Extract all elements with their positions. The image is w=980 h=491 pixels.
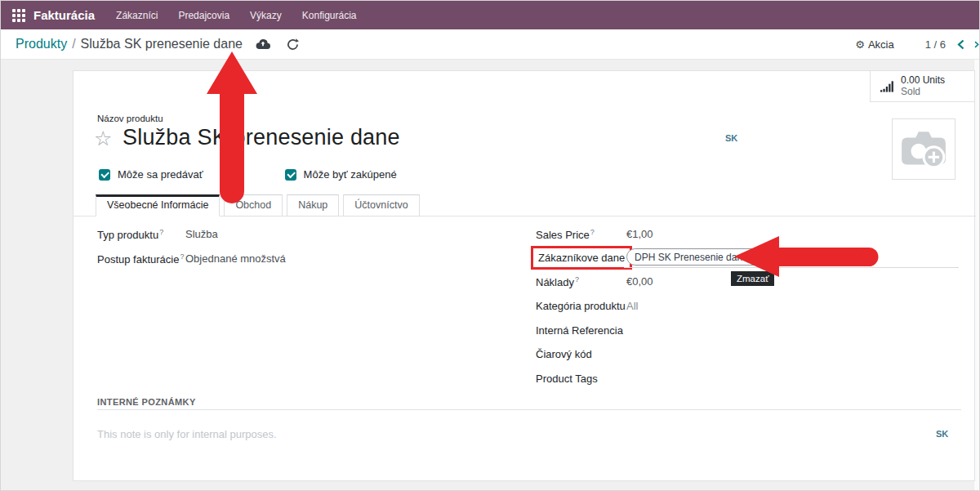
control-panel: Produkty / Služba SK prenesenie dane ⚙ A… <box>1 29 979 60</box>
discard-undo-icon[interactable] <box>287 38 299 51</box>
action-menu-button[interactable]: ⚙ Akcia <box>855 38 893 51</box>
nav-item-konfiguracia[interactable]: Konfigurácia <box>302 10 357 21</box>
field-value-sales-price[interactable]: €1,00 <box>626 228 653 240</box>
gear-icon: ⚙ <box>855 38 865 51</box>
pager-counter: 1 / 6 <box>925 38 946 51</box>
internal-notes-divider <box>97 409 961 410</box>
product-form-sheet: 0.00 Units Sold Názov produktu ☆ Služba … <box>73 70 975 481</box>
breadcrumb-current: Služba SK prenesenie dane <box>81 37 243 51</box>
field-value-cost[interactable]: €0,00 <box>626 275 653 288</box>
app-name[interactable]: Fakturácia <box>33 8 95 22</box>
stat-label: Sold <box>901 87 945 98</box>
breadcrumb-separator: / <box>72 37 75 51</box>
field-value-product-type[interactable]: Služba <box>185 228 218 240</box>
checkbox-can-be-sold[interactable] <box>99 169 110 181</box>
save-cloud-icon[interactable] <box>256 38 270 50</box>
field-value-invoicing-policy[interactable]: Objednané množstvá <box>185 252 286 265</box>
field-label-product-tags: Product Tags <box>536 373 598 385</box>
field-label-sales-price: Sales Price? <box>536 228 595 241</box>
apps-grid-icon[interactable] <box>12 9 25 22</box>
sale-purchase-toggles: Môže sa predávať Môže byť zakúpené <box>99 168 397 181</box>
pager-prev-button[interactable] <box>957 39 964 50</box>
checkbox-can-be-sold-label: Môže sa predávať <box>118 168 203 181</box>
nav-item-zakaznici[interactable]: Zákazníci <box>116 10 158 21</box>
delete-tooltip: Zmazať <box>731 271 774 286</box>
field-label-category: Kategória produktu <box>536 300 626 312</box>
field-label-customer-taxes-highlighted: Zákazníkove dane <box>531 246 632 270</box>
nav-item-vykazy[interactable]: Výkazy <box>250 10 282 21</box>
internal-notes-header: INTERNÉ POZNÁMKY <box>97 397 196 407</box>
checkbox-can-be-purchased[interactable] <box>285 169 296 181</box>
tab-nakup[interactable]: Nákup <box>287 194 339 216</box>
internal-notes-textarea[interactable]: This note is only for internal purposes. <box>97 428 277 440</box>
field-label-invoicing-policy: Postup fakturácie? <box>97 252 184 266</box>
action-label: Akcia <box>868 38 894 51</box>
favorite-star-icon[interactable]: ☆ <box>94 128 112 149</box>
product-name-label: Názov produktu <box>97 114 163 123</box>
field-label-cost: Náklady? <box>536 275 579 288</box>
tax-tag-label: DPH SK Prenesenie dane <box>635 252 748 263</box>
tab-uctovnictvo[interactable]: Účtovníctvo <box>343 194 419 216</box>
field-label-internal-reference: Interná Referencia <box>536 324 623 337</box>
breadcrumb-link-produkty[interactable]: Produkty <box>16 37 67 51</box>
help-icon[interactable]: ? <box>180 252 184 261</box>
stat-value: 0.00 Units <box>901 75 945 87</box>
notebook-tabs: Všeobecné Informácie Obchod Nákup Účtovn… <box>96 194 420 216</box>
tab-vseobecne-informacie[interactable]: Všeobecné Informácie <box>96 194 220 216</box>
control-panel-right: ⚙ Akcia 1 / 6 <box>855 29 979 60</box>
lang-badge-sk-top[interactable]: SK <box>725 133 737 143</box>
stat-button-units-sold[interactable]: 0.00 Units Sold <box>870 71 974 102</box>
help-icon[interactable]: ? <box>590 228 595 236</box>
tag-remove-icon[interactable]: ✖ <box>753 253 760 261</box>
navbar-menu: Zákazníci Predajcovia Výkazy Konfiguráci… <box>116 10 356 21</box>
camera-plus-icon <box>898 127 949 172</box>
breadcrumb: Produkty / Služba SK prenesenie dane <box>16 37 299 51</box>
nav-item-predajcovia[interactable]: Predajcovia <box>178 10 229 21</box>
field-label-product-type: Typ produktu? <box>97 228 163 241</box>
taxes-input-underline <box>624 267 959 268</box>
add-image-button[interactable] <box>892 118 956 180</box>
checkbox-can-be-purchased-label: Môže byť zakúpené <box>304 168 397 181</box>
top-navbar: Fakturácia Zákazníci Predajcovia Výkazy … <box>1 1 979 29</box>
lang-badge-sk-bottom[interactable]: SK <box>936 429 948 439</box>
pager-next-button[interactable] <box>974 39 979 50</box>
help-icon[interactable]: ? <box>159 228 163 236</box>
field-value-category[interactable]: All <box>626 300 638 312</box>
bar-chart-icon <box>880 80 894 92</box>
tax-tag-pill[interactable]: DPH SK Prenesenie dane ✖ <box>626 248 765 266</box>
field-label-barcode: Čiarový kód <box>536 348 592 360</box>
help-icon[interactable]: ? <box>575 275 579 283</box>
odoo-product-form-screen: { "colors": { "navbar_bg": "#714B67", "a… <box>0 0 980 491</box>
product-name-title[interactable]: Služba SK prenesenie dane <box>122 125 400 150</box>
tab-obchod[interactable]: Obchod <box>224 194 283 216</box>
